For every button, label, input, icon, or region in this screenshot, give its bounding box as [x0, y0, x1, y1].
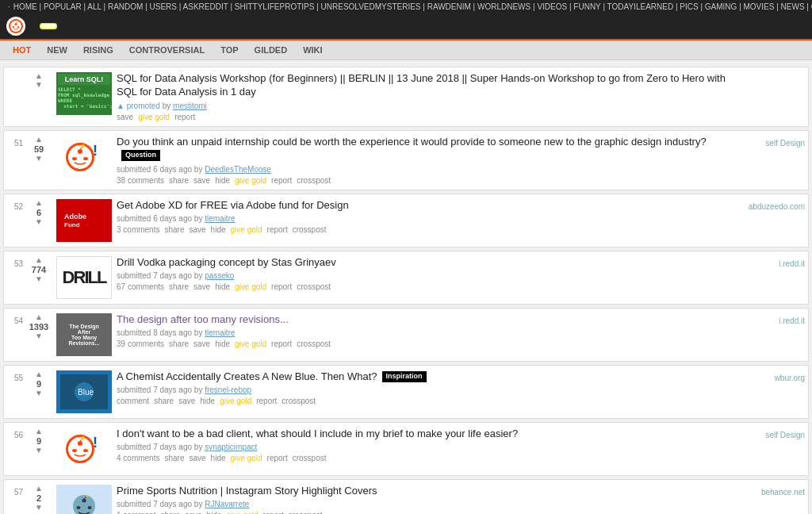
post-thumbnail[interactable]: Blue: [56, 370, 112, 413]
tab-hot[interactable]: HOT: [6, 44, 37, 56]
action-crosspost[interactable]: crosspost: [293, 225, 327, 234]
action-share[interactable]: share: [154, 397, 174, 405]
topnav-link-movies[interactable]: MOVIES: [744, 2, 775, 11]
action-give-gold[interactable]: give gold: [138, 113, 170, 121]
downvote-button[interactable]: ▼: [35, 275, 43, 283]
action-report[interactable]: report: [271, 282, 292, 291]
action-crosspost[interactable]: crosspost: [297, 176, 331, 185]
action-hide[interactable]: hide: [215, 282, 230, 291]
submitter-link[interactable]: DeedlesTheMoose: [205, 165, 271, 174]
topnav-link-rawdenim[interactable]: RAWDENIM: [427, 2, 471, 11]
topnav-link-videos[interactable]: VIDEOS: [537, 2, 567, 11]
action-hide[interactable]: hide: [200, 397, 215, 405]
post-thumbnail[interactable]: !: [56, 428, 112, 470]
action-39-comments[interactable]: 39 comments: [117, 339, 164, 348]
action-save[interactable]: save: [193, 339, 210, 348]
downvote-button[interactable]: ▼: [35, 155, 43, 163]
action-hide[interactable]: hide: [211, 225, 226, 234]
action-report[interactable]: report: [271, 176, 292, 185]
upvote-button[interactable]: ▲: [35, 256, 43, 264]
topnav-link-shittylifeprotips[interactable]: SHITTYLIFEPROTIPS: [235, 2, 315, 11]
topnav-link-todayilearned[interactable]: TODAYILEARNED: [607, 2, 674, 11]
action-save[interactable]: save: [193, 176, 210, 185]
action-save[interactable]: save: [189, 225, 205, 234]
topnav-link-unresolvedmysteries[interactable]: UNRESOLVEDMYSTERIES: [321, 2, 421, 11]
post-title-link[interactable]: Get Adobe XD for FREE via Adobe fund for…: [117, 199, 349, 211]
submitter-link[interactable]: mestitomi: [173, 102, 207, 110]
action-save[interactable]: save: [117, 113, 133, 121]
action-share[interactable]: share: [164, 454, 184, 462]
upvote-button[interactable]: ▲: [35, 485, 43, 493]
site-logo[interactable]: [6, 17, 30, 36]
action-comment[interactable]: comment: [117, 397, 149, 405]
topnav-link-askreddit[interactable]: ASKREDDIT: [183, 2, 228, 11]
action-hide[interactable]: hide: [207, 511, 222, 514]
topnav-link-random[interactable]: RANDOM: [108, 2, 143, 11]
action-save[interactable]: save: [193, 282, 210, 291]
post-title-link[interactable]: Drill Vodka packaging concept by Stas Gr…: [117, 256, 336, 268]
downvote-button[interactable]: ▼: [35, 504, 43, 512]
action-share[interactable]: share: [164, 225, 184, 234]
post-title-link[interactable]: A Chemist Accidentally Creates A New Blu…: [117, 370, 377, 382]
action-save[interactable]: save: [189, 454, 205, 462]
post-thumbnail[interactable]: DRiLL: [56, 256, 112, 299]
action-save[interactable]: save: [178, 397, 195, 405]
tab-rising[interactable]: RISING: [77, 44, 120, 56]
topnav-link-funny[interactable]: FUNNY: [573, 2, 600, 11]
submitter-link[interactable]: passeko: [205, 271, 234, 280]
action-hide[interactable]: hide: [211, 454, 226, 462]
downvote-button[interactable]: ▼: [35, 81, 43, 89]
tab-top[interactable]: TOP: [214, 44, 244, 56]
topnav-link-popular[interactable]: POPULAR: [44, 2, 82, 11]
post-title-link[interactable]: SQL for Data Analysis Workshop (for Begi…: [117, 72, 726, 98]
action-give-gold[interactable]: give gold: [231, 454, 262, 462]
post-title-link[interactable]: I don't want to be a bad client, what sh…: [117, 428, 518, 439]
action-hide[interactable]: hide: [215, 176, 230, 185]
action-crosspost[interactable]: crosspost: [297, 282, 331, 291]
action-give-gold[interactable]: give gold: [231, 225, 262, 234]
action-report[interactable]: report: [271, 339, 292, 348]
post-thumbnail[interactable]: The DesignAfterToo ManyRevisions...: [56, 313, 112, 356]
topnav-link-gaming[interactable]: GAMING: [705, 2, 737, 11]
downvote-button[interactable]: ▼: [35, 218, 43, 226]
topnav-link-users[interactable]: USERS: [150, 2, 177, 11]
action-3-comments[interactable]: 3 comments: [117, 225, 159, 234]
submitter-link[interactable]: tlemaitre: [205, 214, 235, 223]
action-give-gold[interactable]: give gold: [235, 339, 266, 348]
tab-new[interactable]: NEW: [40, 44, 74, 56]
post-thumbnail[interactable]: [56, 485, 112, 514]
action-38-comments[interactable]: 38 comments: [117, 176, 164, 185]
action-share[interactable]: share: [169, 339, 189, 348]
tab-gilded[interactable]: GILDED: [248, 44, 294, 56]
action-share[interactable]: share: [169, 176, 189, 185]
post-thumbnail[interactable]: AdobeFund: [56, 199, 112, 242]
upvote-button[interactable]: ▲: [35, 370, 43, 378]
action-save[interactable]: save: [185, 511, 201, 514]
action-share[interactable]: share: [169, 282, 189, 291]
action-crosspost[interactable]: crosspost: [293, 454, 327, 462]
post-thumbnail[interactable]: Learn SQL!SELECT * FROM sql_knowledge WH…: [56, 72, 112, 115]
upvote-button[interactable]: ▲: [35, 72, 43, 80]
submitter-link[interactable]: tlemaitre: [205, 328, 235, 337]
action-share[interactable]: share: [160, 511, 180, 514]
action-crosspost[interactable]: crosspost: [297, 339, 331, 348]
action-hide[interactable]: hide: [215, 339, 230, 348]
submitter-link[interactable]: RJNavarrete: [205, 500, 249, 508]
action-give-gold[interactable]: give gold: [235, 176, 266, 185]
downvote-button[interactable]: ▼: [35, 389, 43, 397]
post-title-link[interactable]: The design after too many revisions...: [117, 313, 289, 325]
submitter-link[interactable]: synapticimpact: [205, 443, 257, 451]
topnav-link-home[interactable]: HOME: [13, 2, 37, 11]
action-crosspost[interactable]: crosspost: [289, 511, 323, 514]
upvote-button[interactable]: ▲: [35, 313, 43, 321]
action-crosspost[interactable]: crosspost: [282, 397, 316, 405]
topnav-link-pics[interactable]: PICS: [680, 2, 698, 11]
action-report[interactable]: report: [256, 397, 277, 405]
post-thumbnail[interactable]: !: [56, 136, 112, 178]
downvote-button[interactable]: ▼: [35, 332, 43, 340]
action-report[interactable]: report: [174, 113, 195, 121]
action-report[interactable]: report: [267, 454, 288, 462]
tab-wiki[interactable]: WIKI: [297, 44, 328, 56]
post-title-link[interactable]: Prime Sports Nutrition | Instagram Story…: [117, 485, 377, 497]
action-give-gold[interactable]: give gold: [227, 511, 259, 514]
